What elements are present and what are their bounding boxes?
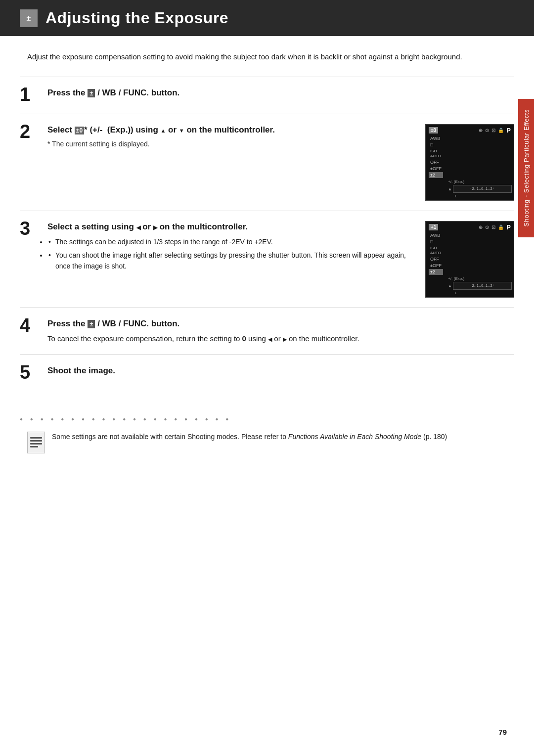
right-tab-text: Shooting - Selecting Particular Effects: [523, 109, 530, 227]
step-3: 3 Select a setting using or on the multi…: [20, 211, 514, 308]
note-icon-line-2: [30, 440, 42, 442]
step-4-number: 4: [20, 316, 44, 335]
step-3-content: Select a setting using or on the multico…: [44, 221, 514, 298]
step-3-text: Select a setting using or on the multico…: [47, 221, 415, 275]
step-3-number: 3: [20, 219, 44, 238]
step-2-image: ±0 ⊕ ⊙ ⊡ 🔒 P A: [425, 124, 514, 201]
note-main-text: Some settings are not available with cer…: [52, 433, 288, 441]
step-3-title: Select a setting using or on the multico…: [47, 221, 415, 233]
note-italic-text: Functions Available in Each Shooting Mod…: [288, 433, 421, 441]
step-2-number: 2: [20, 122, 44, 141]
note-text: Some settings are not available with cer…: [52, 432, 447, 443]
step-4-content: Press the ± / WB / FUNC. button. To canc…: [44, 318, 514, 345]
camera-screen-1: ±0 ⊕ ⊙ ⊡ 🔒 P A: [425, 124, 514, 201]
step-3-bullets: The settings can be adjusted in 1/3 step…: [47, 237, 415, 272]
svg-text:±: ±: [27, 14, 31, 23]
step-2-note: * The current setting is displayed.: [47, 139, 415, 149]
step-2-with-image: Select ±0* (+/- (Exp.)) using or on the …: [47, 124, 514, 201]
note-icon-line-4: [30, 446, 38, 447]
step-2-text: Select ±0* (+/- (Exp.)) using or on the …: [47, 124, 415, 149]
step-5-number: 5: [20, 363, 44, 382]
step-3-bullet-1: The settings can be adjusted in 1/3 step…: [47, 237, 415, 248]
step-1-number: 1: [20, 85, 44, 104]
page-container: ± Adjusting the Exposure Adjust the expo…: [0, 0, 534, 756]
dots-section: ● ● ● ● ● ● ● ● ● ● ● ● ● ● ● ● ● ● ● ● …: [0, 392, 534, 432]
right-tab: Shooting - Selecting Particular Effects: [518, 99, 534, 237]
step-2-content: Select ±0* (+/- (Exp.)) using or on the …: [44, 124, 514, 201]
step-5-title: Shoot the image.: [47, 365, 514, 377]
step-1-title: Press the ± / WB / FUNC. button.: [47, 87, 514, 99]
note-box: Some settings are not available with cer…: [0, 432, 534, 453]
step-1: 1 Press the ± / WB / FUNC. button.: [20, 77, 514, 114]
page-title: Adjusting the Exposure: [45, 9, 228, 27]
step-4-title: Press the ± / WB / FUNC. button.: [47, 318, 514, 330]
intro-text: Adjust the exposure compensation setting…: [0, 51, 534, 63]
camera-screen-2: +1 ⊕ ⊙ ⊡ 🔒 P A: [425, 221, 514, 298]
step-5: 5 Shoot the image.: [20, 355, 514, 392]
step-1-content: Press the ± / WB / FUNC. button.: [44, 87, 514, 102]
note-icon-line-3: [30, 443, 42, 445]
note-icon-lines: [30, 437, 42, 447]
dots-divider: ● ● ● ● ● ● ● ● ● ● ● ● ● ● ● ● ● ● ● ● …: [20, 416, 514, 422]
header-icon: ±: [20, 9, 38, 27]
step-4-para: To cancel the exposure compensation, ret…: [47, 333, 514, 345]
step-4: 4 Press the ± / WB / FUNC. button. To ca…: [20, 308, 514, 355]
steps-container: 1 Press the ± / WB / FUNC. button. 2 Sel…: [0, 77, 534, 392]
step-5-content: Shoot the image.: [44, 365, 514, 380]
step-3-bullet-2: You can shoot the image right after sele…: [47, 250, 415, 271]
page-number: 79: [498, 728, 507, 736]
note-icon-line-1: [30, 437, 42, 439]
step-3-with-image: Select a setting using or on the multico…: [47, 221, 514, 298]
step-3-image: +1 ⊕ ⊙ ⊡ 🔒 P A: [425, 221, 514, 298]
step-2-title: Select ±0* (+/- (Exp.)) using or on the …: [47, 124, 415, 136]
note-icon: [27, 432, 45, 453]
page-header: ± Adjusting the Exposure: [0, 0, 534, 36]
step-2: 2 Select ±0* (+/- (Exp.)) using or on th…: [20, 114, 514, 211]
note-page-ref: (p. 180): [421, 433, 447, 441]
